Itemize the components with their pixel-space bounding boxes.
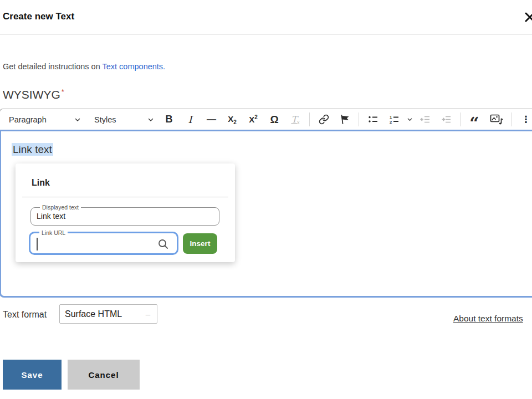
balloon-title: Link: [32, 178, 50, 188]
header-divider: [0, 34, 532, 35]
numbered-list-button[interactable]: 12: [383, 110, 405, 130]
displayed-text-field[interactable]: Displayed text Link text: [30, 207, 219, 226]
flag-icon: [340, 114, 350, 125]
toolbar-overflow-button[interactable]: ⋮: [515, 110, 532, 130]
numbered-list-icon: 12: [389, 114, 400, 125]
bulleted-list-button[interactable]: [362, 110, 383, 130]
outdent-icon: [420, 114, 431, 125]
outdent-button[interactable]: [415, 110, 436, 130]
paragraph-dropdown[interactable]: Paragraph: [9, 109, 81, 130]
subscript-button[interactable]: X2: [222, 110, 243, 130]
insert-button[interactable]: Insert: [183, 233, 217, 254]
remove-format-button[interactable]: Tx: [285, 110, 306, 130]
link-url-label: Link URL: [39, 229, 68, 236]
toolbar-separator: [511, 112, 512, 126]
chevron-down-icon: [74, 116, 81, 123]
svg-text:2: 2: [390, 120, 392, 125]
link-icon: [319, 114, 329, 125]
instructions-text: Get detailed instructions on Text compon…: [3, 62, 165, 71]
displayed-text-value[interactable]: Link text: [37, 212, 219, 221]
superscript-button[interactable]: X2: [243, 110, 264, 130]
wysiwyg-label: WYSIWYG*: [3, 88, 64, 101]
styles-dropdown[interactable]: Styles: [94, 109, 154, 130]
flag-button[interactable]: [334, 110, 355, 130]
editor-toolbar: Paragraph Styles B I — X2 X2 Ω Tx 12: [0, 109, 532, 130]
chevron-down-icon: [407, 116, 413, 122]
page-title: Create new Text: [3, 11, 74, 22]
chevron-down-icon: [147, 116, 154, 123]
toolbar-separator: [359, 112, 359, 126]
bulleted-list-icon: [368, 114, 378, 125]
link-balloon: Link Displayed text Link text Link URL I…: [16, 163, 235, 262]
insert-media-button[interactable]: [485, 110, 508, 130]
horizontal-line-button[interactable]: —: [201, 110, 222, 130]
bold-button[interactable]: B: [158, 110, 180, 130]
close-icon[interactable]: [523, 11, 532, 24]
displayed-text-label: Displayed text: [40, 204, 81, 211]
cancel-button[interactable]: Cancel: [68, 360, 140, 390]
indent-icon: [441, 114, 452, 125]
indent-button[interactable]: [436, 110, 457, 130]
search-icon[interactable]: [157, 238, 169, 250]
link-url-field[interactable]: Link URL: [29, 232, 178, 255]
special-characters-button[interactable]: Ω: [264, 110, 285, 130]
text-components-link[interactable]: Text components.: [102, 62, 165, 71]
block-quote-button[interactable]: “: [464, 110, 485, 130]
link-button[interactable]: [313, 110, 334, 130]
select-indicator-icon: –: [146, 309, 150, 319]
media-icon: [490, 114, 503, 125]
save-button[interactable]: Save: [3, 360, 62, 390]
text-format-label: Text format: [3, 310, 47, 320]
about-text-formats-link[interactable]: About text formats: [453, 314, 523, 324]
text-cursor: [37, 238, 38, 250]
editor-paragraph[interactable]: Link text: [12, 144, 532, 156]
italic-button[interactable]: I: [180, 110, 201, 130]
text-format-select[interactable]: Surface HTML –: [59, 304, 157, 324]
toolbar-separator: [460, 112, 461, 126]
toolbar-separator: [309, 112, 310, 126]
instructions-prefix: Get detailed instructions on: [3, 62, 102, 71]
list-options-chevron[interactable]: [405, 110, 415, 130]
balloon-divider: [22, 197, 228, 197]
selected-text[interactable]: Link text: [12, 143, 53, 156]
required-marker: *: [62, 88, 64, 96]
